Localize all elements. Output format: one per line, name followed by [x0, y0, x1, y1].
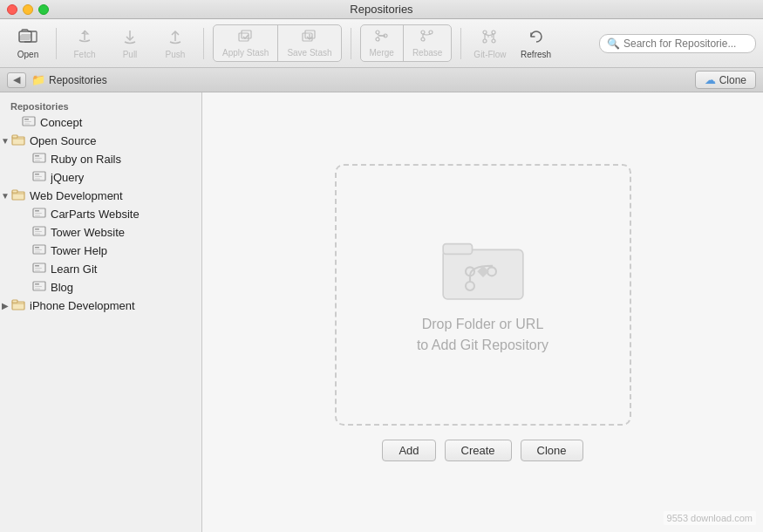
add-button[interactable]: Add: [382, 440, 435, 461]
repo-icon: [31, 243, 47, 258]
open-button[interactable]: Open: [7, 24, 49, 63]
drop-box[interactable]: Drop Folder or URL to Add Git Repository: [335, 164, 631, 426]
apply-stash-label: Apply Stash: [222, 48, 269, 58]
sidebar-item-concept[interactable]: Concept: [0, 113, 201, 132]
open-icon: [18, 28, 37, 48]
fetch-button[interactable]: Fetch: [64, 24, 106, 63]
svg-rect-57: [35, 286, 42, 287]
save-stash-button[interactable]: Save Stash: [278, 25, 340, 61]
sidebar-item-label: CarParts Website: [51, 208, 201, 221]
sidebar-item-web-development[interactable]: ▼ Web Development: [0, 187, 201, 205]
merge-rebase-group: Merge Rebase: [360, 24, 453, 62]
drop-line1: Drop Folder or URL: [417, 314, 548, 335]
pull-label: Pull: [123, 50, 138, 59]
svg-rect-24: [24, 119, 29, 120]
svg-rect-38: [12, 190, 17, 193]
separator-4: [460, 28, 461, 59]
svg-rect-44: [35, 228, 39, 230]
gitflow-icon: [480, 28, 500, 48]
group-icon: [10, 133, 26, 148]
sidebar-item-label: Web Development: [30, 189, 201, 202]
breadcrumb-title: Repositories: [49, 74, 107, 86]
repo-icon: [21, 115, 37, 130]
svg-rect-28: [12, 135, 17, 138]
sidebar-item-open-source[interactable]: ▼ Open Source: [0, 132, 201, 150]
folder-icon: 📁: [31, 73, 45, 86]
drop-line2: to Add Git Repository: [417, 335, 548, 356]
sidebar-item-label: Blog: [51, 281, 201, 294]
svg-rect-34: [35, 174, 39, 175]
sidebar-item-label: Concept: [40, 116, 201, 129]
expand-arrow: ▼: [0, 191, 10, 201]
refresh-label: Refresh: [521, 50, 551, 59]
fetch-icon: [76, 28, 93, 48]
gitflow-button[interactable]: Git-Flow: [468, 24, 511, 63]
gitflow-label: Git-Flow: [473, 50, 506, 59]
svg-rect-31: [35, 158, 42, 159]
drop-area: Drop Folder or URL to Add Git Repository…: [202, 92, 763, 532]
search-icon: 🔍: [607, 38, 620, 50]
push-icon: [167, 28, 184, 48]
rebase-button[interactable]: Rebase: [404, 25, 451, 61]
pull-button[interactable]: Pull: [109, 24, 151, 63]
navbar: ◀ 📁 Repositories ☁ Clone: [0, 68, 763, 92]
sidebar-item-iphone-development[interactable]: ▶ iPhone Development: [0, 297, 201, 315]
svg-point-14: [429, 31, 433, 34]
sidebar-item-label: iPhone Development: [30, 299, 201, 312]
sidebar-item-label: Tower Website: [51, 226, 201, 239]
traffic-lights[interactable]: [7, 4, 49, 15]
sidebar-item-learn-git[interactable]: Learn Git: [0, 260, 201, 278]
apply-stash-button[interactable]: Apply Stash: [214, 25, 278, 61]
svg-rect-60: [12, 300, 17, 303]
sidebar-item-label: Learn Git: [51, 263, 201, 276]
search-box[interactable]: 🔍: [599, 34, 756, 53]
stash-group: Apply Stash Save Stash: [213, 24, 342, 62]
push-button[interactable]: Push: [154, 24, 196, 63]
sidebar-item-jquery[interactable]: jQuery: [0, 168, 201, 187]
minimize-button[interactable]: [23, 4, 33, 15]
svg-rect-30: [35, 155, 39, 157]
clone-button[interactable]: Clone: [521, 440, 583, 461]
rebase-label: Rebase: [412, 48, 442, 58]
repo-icon: [31, 207, 47, 222]
cloud-icon: ☁: [705, 73, 716, 86]
watermark: 9553 download.com: [664, 511, 756, 525]
search-input[interactable]: [623, 38, 748, 50]
sidebar-item-label: Ruby on Rails: [51, 153, 201, 166]
window-title: Repositories: [350, 3, 412, 16]
rebase-icon: [419, 29, 435, 46]
svg-point-12: [421, 31, 425, 34]
nav-back-button[interactable]: ◀: [7, 72, 26, 88]
svg-rect-36: [35, 179, 40, 180]
svg-rect-35: [35, 176, 42, 177]
sidebar-item-label: Tower Help: [51, 244, 201, 257]
sidebar-item-tower-website[interactable]: Tower Website: [0, 223, 201, 242]
separator-1: [56, 28, 57, 59]
sidebar-item-carparts[interactable]: CarParts Website: [0, 205, 201, 223]
svg-point-16: [483, 31, 487, 34]
svg-point-13: [421, 38, 425, 41]
merge-button[interactable]: Merge: [361, 25, 404, 61]
create-button[interactable]: Create: [445, 440, 512, 461]
repo-icon: [31, 280, 47, 295]
sidebar-item-tower-help[interactable]: Tower Help: [0, 242, 201, 260]
close-button[interactable]: [7, 4, 17, 15]
repo-icon: [31, 170, 47, 185]
sidebar-item-ruby-on-rails[interactable]: Ruby on Rails: [0, 150, 201, 168]
toolbar: Open Fetch Pull: [0, 19, 763, 68]
svg-point-10: [376, 38, 379, 41]
sidebar-section-header: Repositories: [0, 98, 201, 113]
expand-arrow: ▶: [0, 301, 10, 310]
separator-2: [203, 28, 204, 59]
expand-arrow: ▼: [0, 136, 10, 146]
sidebar-item-blog[interactable]: Blog: [0, 278, 201, 297]
maximize-button[interactable]: [38, 4, 49, 15]
clone-nav-button[interactable]: ☁ Clone: [695, 71, 756, 89]
group-icon: [10, 188, 26, 203]
refresh-button[interactable]: Refresh: [515, 24, 557, 63]
folder-drop-icon: [439, 234, 527, 304]
svg-point-19: [492, 39, 495, 43]
svg-point-18: [492, 31, 495, 34]
breadcrumb: 📁 Repositories: [31, 73, 107, 86]
svg-rect-48: [35, 247, 39, 249]
